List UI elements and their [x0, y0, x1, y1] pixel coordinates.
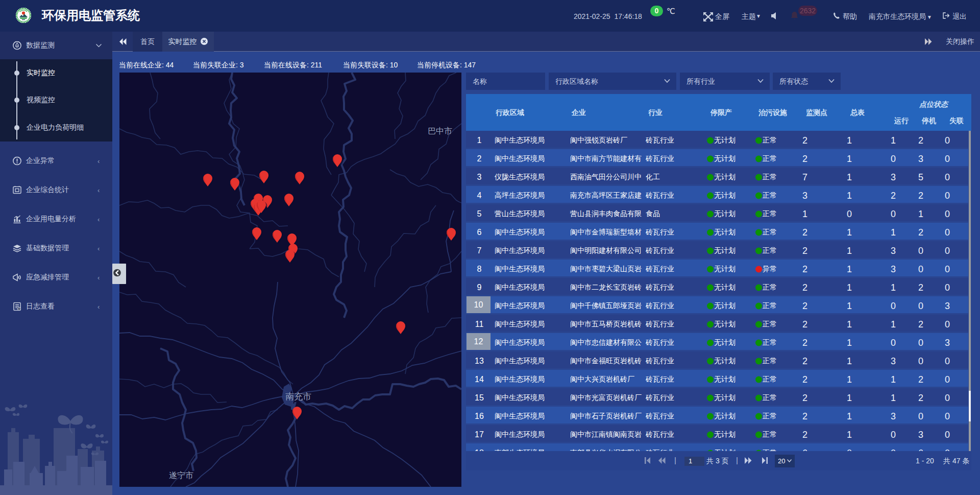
svg-text:巴中市: 巴中市	[428, 127, 452, 135]
svg-text:南充市: 南充市	[285, 392, 311, 402]
svg-text:遂宁市: 遂宁市	[169, 471, 193, 480]
